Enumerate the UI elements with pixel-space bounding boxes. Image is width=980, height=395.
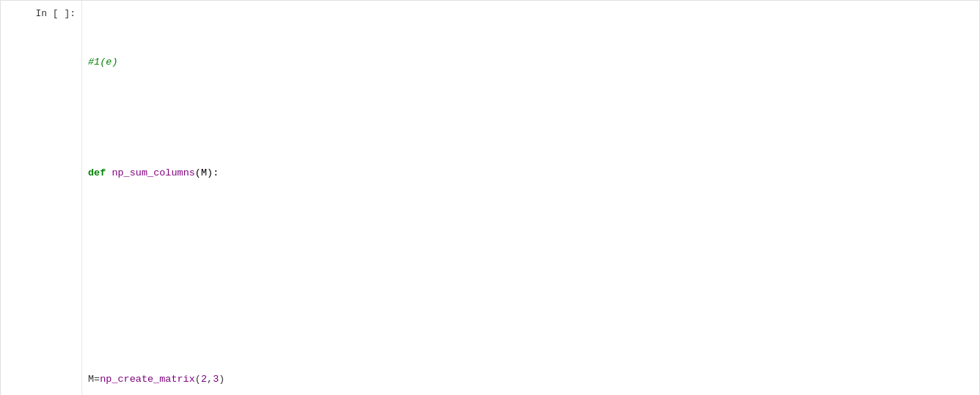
- notebook-cell: In [ ]: #1(e) def np_sum_columns(M): M=n…: [0, 0, 980, 395]
- cell-label: In [ ]:: [35, 8, 76, 19]
- cell-gutter: In [ ]:: [1, 1, 81, 395]
- code-line-3: def np_sum_columns(M):: [88, 165, 968, 181]
- code-block: #1(e) def np_sum_columns(M): M=np_create…: [88, 7, 968, 395]
- code-line-blank1: [88, 102, 968, 118]
- code-line-7: M=np_create_matrix(2,3): [88, 372, 968, 388]
- code-line-blank4: [88, 308, 968, 324]
- code-line-1: #1(e): [88, 54, 968, 70]
- cell-content[interactable]: #1(e) def np_sum_columns(M): M=np_create…: [81, 1, 979, 395]
- code-line-blank3: [88, 261, 968, 277]
- code-line-blank2: [88, 213, 968, 229]
